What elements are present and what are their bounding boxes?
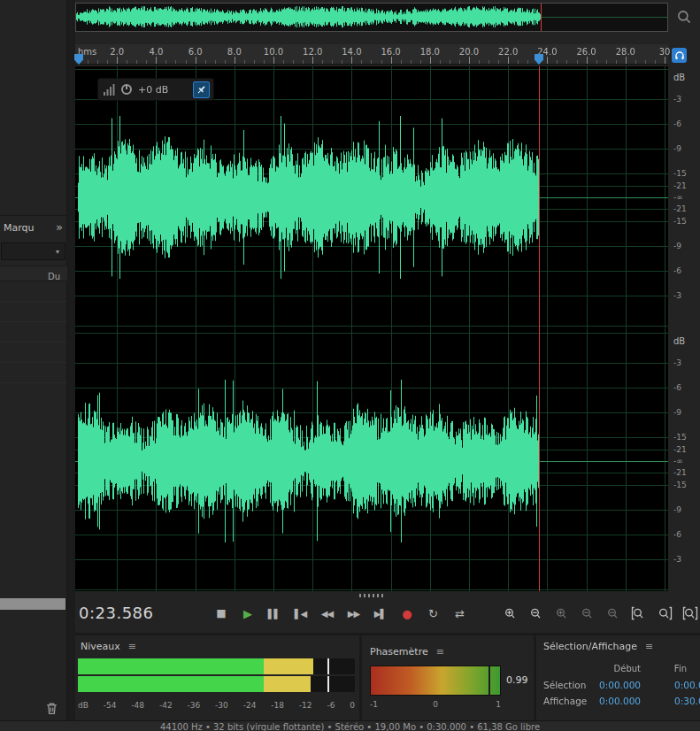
zoom-buttons [502, 606, 698, 620]
gain-value[interactable]: +0 dB [138, 84, 168, 96]
zoom-reset-button[interactable] [604, 606, 621, 620]
markers-panel-title: Marqu [4, 222, 35, 234]
skip-selection-button[interactable]: ⇄ [449, 603, 471, 624]
panel-collapse-button[interactable]: » [56, 220, 63, 234]
status-bar: 44100 Hz • 32 bits (virgule flottante) •… [0, 720, 700, 731]
selection-display-panel: Sélection/Affichage ≡ Début Fin Sélectio… [536, 635, 700, 719]
level-meters[interactable] [78, 658, 355, 694]
phase-panel-header: Phasemètre ≡ [370, 646, 444, 658]
levels-scale-label: -30 [215, 701, 228, 710]
timeline-tick-label: 6.0 [188, 47, 203, 57]
zoom-to-out-point-button[interactable] [656, 606, 673, 620]
zoom-out-button[interactable] [527, 606, 544, 620]
rewind-button[interactable]: ◀◀ [316, 603, 338, 624]
marker-row [0, 363, 67, 383]
level-meter-right[interactable] [78, 676, 355, 692]
fast-forward-button[interactable]: ▶▶ [342, 603, 365, 624]
db-unit-label: dB [673, 73, 685, 82]
selection-panel-title: Sélection/Affichage [543, 641, 637, 652]
db-tick-label: -15 [673, 433, 687, 442]
db-tick-label: -6 [673, 383, 681, 392]
panel-menu-icon[interactable]: ≡ [645, 641, 653, 652]
timeline-tick-label: 10.0 [264, 47, 283, 57]
chevron-down-icon: ▾ [56, 248, 59, 256]
pause-button[interactable]: ▌▌ [263, 603, 285, 624]
markers-column-header[interactable]: Du [0, 265, 67, 281]
overview-playhead [541, 4, 542, 31]
pin-icon [196, 85, 206, 95]
timeline-ruler[interactable]: hms 2.04.06.08.010.012.014.016.018.020.0… [75, 44, 668, 65]
phase-meter-bar[interactable] [370, 666, 501, 696]
headphones-icon[interactable] [672, 48, 687, 63]
amplitude-ruler[interactable]: dB-3-6-9-15-21-∞-21-15-9-6-3dB-3-6-9-15-… [669, 66, 700, 591]
timeline-tick-label: 2.0 [110, 47, 124, 57]
timeline-tick-label: 4.0 [149, 47, 163, 57]
phase-scale-label: -1 [370, 700, 378, 709]
db-tick-label: -15 [673, 217, 687, 226]
waveform-display[interactable]: +0 dB [75, 66, 668, 591]
levels-scale-label: dB [78, 701, 88, 710]
navigator-zoom-icon[interactable] [675, 8, 693, 26]
headphones-glyph [674, 50, 685, 61]
delete-marker-button[interactable] [44, 701, 59, 716]
levels-scale-label: -48 [131, 701, 144, 710]
vertical-divider [359, 634, 362, 720]
levels-scale-label: -54 [104, 701, 117, 710]
timeline-tick-label: 12.0 [303, 47, 322, 57]
stop-button[interactable]: ■ [210, 603, 232, 624]
db-tick-label: -21 [673, 445, 687, 454]
db-tick-label: -6 [673, 266, 681, 275]
panel-menu-icon[interactable]: ≡ [436, 646, 444, 658]
db-tick-label: -9 [673, 505, 681, 514]
levels-scale-label: -36 [188, 701, 201, 710]
level-meter-left[interactable] [78, 658, 355, 674]
view-row: Affichage 0:00.000 0:30.000 [536, 696, 700, 710]
column-header-fin: Fin [641, 664, 687, 673]
marker-row [0, 342, 67, 363]
db-tick-label: -3 [673, 555, 681, 564]
panel-resize-grip[interactable] [359, 594, 384, 597]
db-unit-label: dB [673, 337, 685, 346]
marker-row [0, 281, 67, 302]
transport-buttons: ■▶▌▌▌◀◀◀▶▶▶▌●↻⇄ [210, 603, 471, 624]
loop-playback-button[interactable]: ↻ [422, 603, 444, 624]
db-tick-label: -6 [673, 119, 681, 128]
db-tick-label: -3 [673, 291, 681, 300]
gain-knob[interactable] [121, 84, 132, 95]
levels-scale-label: -18 [271, 701, 284, 710]
db-tick-label: -∞ [673, 457, 683, 466]
skip-to-end-button[interactable]: ▶▌ [369, 603, 391, 624]
overview-navigator[interactable] [75, 3, 668, 32]
panel-menu-icon[interactable]: ≡ [128, 641, 136, 652]
zoom-to-selection-button[interactable] [681, 606, 698, 620]
selection-row: Sélection 0:00.000 0:00.000 [536, 680, 700, 694]
timeline-tick-label: 16.0 [381, 47, 400, 57]
selection-end-value[interactable]: 0:00.000 [674, 680, 700, 690]
zoom-in-amplitude-button[interactable] [553, 606, 570, 620]
selection-row-label: Sélection [543, 680, 586, 690]
db-tick-label: -9 [673, 144, 681, 153]
record-button[interactable]: ● [396, 603, 418, 624]
timeline-tick-label: 28.0 [616, 47, 635, 57]
timeline-tick-label: 22.0 [498, 47, 518, 57]
zoom-out-amplitude-button[interactable] [579, 606, 596, 620]
view-end-value[interactable]: 0:30.000 [674, 696, 700, 706]
skip-to-start-button[interactable]: ▌◀ [289, 603, 312, 624]
gain-hud: +0 dB [97, 78, 214, 101]
column-header-debut: Début [595, 664, 641, 673]
timeline-tick-label: 20.0 [459, 47, 479, 57]
play-button[interactable]: ▶ [236, 603, 258, 624]
markers-filter-dropdown[interactable]: ▾ [1, 242, 65, 260]
zoom-in-button[interactable] [502, 606, 519, 620]
playhead-time-display[interactable]: 0:23.586 [79, 604, 154, 622]
pin-hud-button[interactable] [193, 81, 210, 98]
db-tick-label: -3 [673, 358, 681, 367]
markers-scrollbar-thumb[interactable] [0, 598, 65, 610]
phase-scale-label: 1 [496, 700, 501, 709]
trash-icon [44, 701, 59, 716]
panel-divider-line [0, 215, 67, 216]
view-start-value[interactable]: 0:00.000 [588, 696, 641, 706]
selection-start-value[interactable]: 0:00.000 [588, 680, 641, 690]
levels-panel: Niveaux ≡ dB-54-48-42-36-30-24-18-12-60 [75, 635, 359, 719]
zoom-to-in-point-button[interactable] [630, 606, 647, 620]
